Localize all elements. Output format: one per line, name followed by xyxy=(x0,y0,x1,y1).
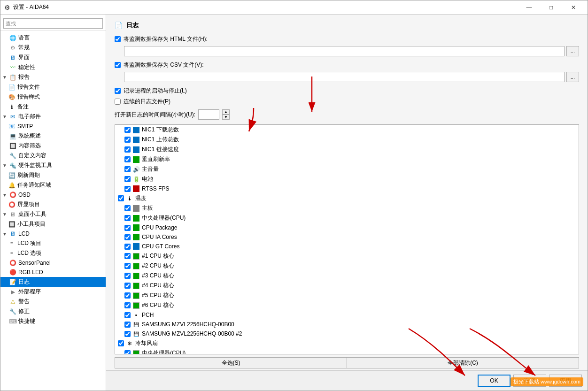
cpu4-checkbox[interactable] xyxy=(124,283,131,289)
sidebar-item-rgb[interactable]: 🔴 RGB LED xyxy=(0,268,106,277)
sidebar-item-sysoverview[interactable]: 💻 系统概述 xyxy=(0,131,106,141)
nic1-ul-checkbox[interactable] xyxy=(124,137,131,143)
list-item[interactable]: #4 CPU 核心 xyxy=(115,281,579,291)
pch-checkbox[interactable] xyxy=(124,312,131,318)
list-item[interactable]: 💾 SAMSUNG MZVL2256HCHQ-00B00 xyxy=(115,320,579,329)
rtss-checkbox[interactable] xyxy=(124,186,131,192)
sidebar-item-notes[interactable]: ℹ 备注 xyxy=(0,102,106,112)
sidebar-item-lcd[interactable]: ▼ 🖥 LCD xyxy=(0,229,106,238)
list-item[interactable]: 中央处理器(CPU) xyxy=(115,213,579,223)
maximize-button[interactable]: □ xyxy=(541,2,562,13)
sidebar-item-notify[interactable]: 🔔 任务通知区域 xyxy=(0,180,106,190)
desktop-icon: 🖥 xyxy=(9,211,16,218)
sidebar-item-osd[interactable]: ▼ ⭕ OSD xyxy=(0,190,106,199)
ok-button[interactable]: OK xyxy=(478,375,511,387)
list-item[interactable]: NIC1 链接速度 xyxy=(115,145,579,154)
sensorpanel-icon: ⭕ xyxy=(9,259,16,267)
cpu-ia-checkbox[interactable] xyxy=(124,234,131,240)
spin-down-button[interactable]: ▼ xyxy=(222,115,230,120)
interval-input[interactable]: 20 xyxy=(198,109,219,120)
sidebar-item-sensorpanel[interactable]: ⭕ SensorPanel xyxy=(0,258,106,268)
sidebar-item-custom[interactable]: 🔧 自定义内容 xyxy=(0,151,106,161)
sidebar-item-lcd-items[interactable]: = LCD 项目 xyxy=(0,238,106,248)
sidebar-item-osd-items[interactable]: ⭕ 屏显项目 xyxy=(0,199,106,209)
sidebar-item-content[interactable]: 🔲 内容筛选 xyxy=(0,141,106,151)
list-item[interactable]: #2 CPU 核心 xyxy=(115,261,579,271)
samsung1-checkbox[interactable] xyxy=(124,322,131,328)
temp-checkbox[interactable] xyxy=(118,195,124,201)
list-item[interactable]: NIC1 上传总数 xyxy=(115,135,579,145)
csv-log-path-row: ... xyxy=(115,72,579,82)
vrefresh-checkbox[interactable] xyxy=(124,156,131,162)
html-log-checkbox[interactable] xyxy=(115,36,121,42)
list-item[interactable]: ▪ PCH xyxy=(115,310,579,320)
html-log-path-input[interactable] xyxy=(124,46,565,56)
sidebar-item-fix[interactable]: 🔧 修正 xyxy=(0,307,106,316)
cpu-checkbox[interactable] xyxy=(124,215,131,221)
cpu-gt-icon xyxy=(132,243,140,250)
list-item[interactable]: 💾 SAMSUNG MZVL2256HCHQ-00B00 #2 xyxy=(115,329,579,338)
sidebar-item-warning[interactable]: ⚠ 警告 xyxy=(0,297,106,307)
sidebar-item-language[interactable]: 🌐 语言 xyxy=(0,33,106,43)
cpu-gt-checkbox[interactable] xyxy=(124,244,131,250)
minimize-button[interactable]: — xyxy=(518,2,540,13)
sidebar-item-general[interactable]: ⚙ 常规 xyxy=(0,43,106,53)
list-item[interactable]: #1 CPU 核心 xyxy=(115,251,579,261)
list-item[interactable]: #6 CPU 核心 xyxy=(115,300,579,310)
sidebar-item-report-file[interactable]: 📄 报告文件 xyxy=(0,82,106,92)
samsung2-checkbox[interactable] xyxy=(124,331,131,337)
csv-log-checkbox[interactable] xyxy=(115,62,121,68)
clear-all-button[interactable]: 全部清除(C) xyxy=(347,357,579,368)
sidebar-item-log[interactable]: 📝 日志 xyxy=(0,277,106,287)
sidebar-item-hardware[interactable]: ▼ 🔩 硬件监视工具 xyxy=(0,161,106,170)
list-item[interactable]: 主板 xyxy=(115,203,579,213)
sidebar-item-desktop-items[interactable]: 🔲 小工具项目 xyxy=(0,219,106,229)
cpu6-checkbox[interactable] xyxy=(124,302,131,308)
list-item[interactable]: CPU Package xyxy=(115,223,579,232)
cooling-cpu-checkbox[interactable] xyxy=(124,350,131,354)
nic1-dl-checkbox[interactable] xyxy=(124,127,131,133)
sidebar-item-external[interactable]: ▶ 外部程序 xyxy=(0,287,106,297)
sidebar-item-email[interactable]: ▼ ✉ 电子邮件 xyxy=(0,112,106,122)
sidebar-item-report-style[interactable]: 🎨 报告样式 xyxy=(0,92,106,102)
close-button[interactable]: ✕ xyxy=(563,2,584,13)
spin-up-button[interactable]: ▲ xyxy=(222,109,230,115)
list-item[interactable]: 🌡 温度 xyxy=(115,193,579,203)
list-item[interactable]: CPU IA Cores xyxy=(115,232,579,242)
sidebar-item-interface[interactable]: 🖥 界面 xyxy=(0,53,106,62)
list-item[interactable]: NIC1 下载总数 xyxy=(115,125,579,135)
cpu1-checkbox[interactable] xyxy=(124,253,131,259)
html-log-browse-button[interactable]: ... xyxy=(566,46,579,56)
cpu-package-checkbox[interactable] xyxy=(124,225,131,231)
cpu3-checkbox[interactable] xyxy=(124,273,131,279)
list-item[interactable]: #3 CPU 核心 xyxy=(115,271,579,281)
list-item[interactable]: ❄ 冷却风扇 xyxy=(115,338,579,348)
list-item[interactable]: 🔋 电池 xyxy=(115,174,579,184)
sidebar-item-smtp[interactable]: 📧 SMTP xyxy=(0,122,106,131)
continuous-checkbox[interactable] xyxy=(115,99,121,105)
list-item[interactable]: 中央处理器(CPU) xyxy=(115,348,579,354)
list-item[interactable]: #5 CPU 核心 xyxy=(115,291,579,300)
csv-log-browse-button[interactable]: ... xyxy=(566,72,579,82)
sidebar-item-report[interactable]: ▼ 📋 报告 xyxy=(0,72,106,82)
list-item[interactable]: 垂直刷新率 xyxy=(115,154,579,164)
cpu2-checkbox[interactable] xyxy=(124,263,131,269)
sidebar-item-refresh[interactable]: 🔄 刷新周期 xyxy=(0,170,106,180)
volume-checkbox[interactable] xyxy=(124,166,131,172)
search-input[interactable] xyxy=(3,18,103,29)
list-item[interactable]: RTSS FPS xyxy=(115,184,579,193)
cooling-checkbox[interactable] xyxy=(118,340,124,346)
record-checkbox[interactable] xyxy=(115,88,121,94)
cpu5-checkbox[interactable] xyxy=(124,292,131,299)
sidebar-item-shortcuts[interactable]: ⌨ 快捷键 xyxy=(0,316,106,326)
battery-checkbox[interactable] xyxy=(124,176,131,182)
sidebar-item-lcd-options[interactable]: = LCD 选项 xyxy=(0,248,106,258)
list-item[interactable]: 🔊 主音量 xyxy=(115,164,579,174)
sidebar-item-desktop-tools[interactable]: ▼ 🖥 桌面小工具 xyxy=(0,209,106,219)
csv-log-path-input[interactable] xyxy=(124,72,565,82)
mainboard-checkbox[interactable] xyxy=(124,205,131,211)
list-item[interactable]: CPU GT Cores xyxy=(115,242,579,251)
sidebar-item-stability[interactable]: 〰 稳定性 xyxy=(0,62,106,72)
select-all-button[interactable]: 全选(S) xyxy=(115,357,347,368)
nic1-speed-checkbox[interactable] xyxy=(124,146,131,153)
